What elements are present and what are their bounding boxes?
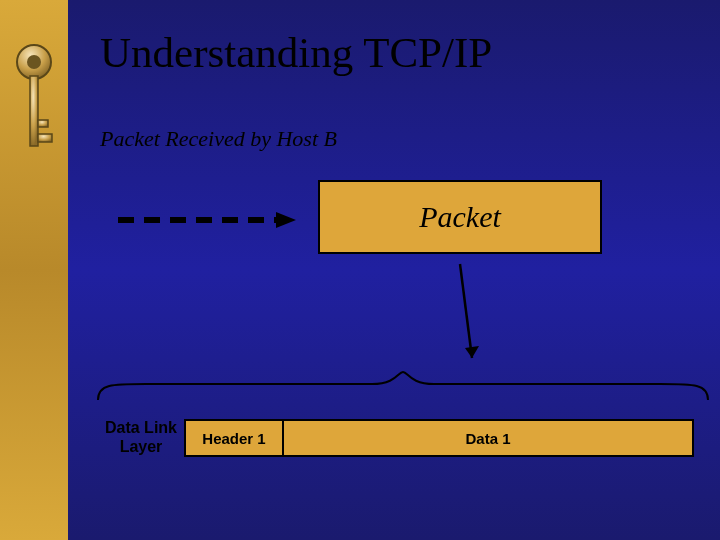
svg-rect-2 (30, 76, 38, 146)
down-arrow-icon (448, 262, 488, 372)
packet-label: Packet (419, 200, 501, 234)
svg-marker-8 (465, 346, 479, 358)
dashed-arrow-icon (118, 210, 298, 230)
layer-name-line2: Layer (120, 438, 163, 455)
svg-marker-6 (276, 212, 296, 228)
header-label: Header 1 (202, 430, 265, 447)
layer-name: Data Link Layer (100, 418, 182, 456)
slide-subtitle: Packet Received by Host B (100, 126, 337, 152)
svg-line-7 (460, 264, 472, 358)
svg-rect-3 (38, 120, 48, 127)
decorative-sidebar (0, 0, 68, 540)
svg-point-1 (27, 55, 41, 69)
layer-name-line1: Data Link (105, 419, 177, 436)
data-segment: Data 1 (284, 419, 694, 457)
data-label: Data 1 (465, 430, 510, 447)
packet-box: Packet (318, 180, 602, 254)
key-icon (12, 42, 56, 162)
brace-icon (96, 370, 710, 402)
header-segment: Header 1 (184, 419, 284, 457)
svg-rect-4 (38, 134, 52, 142)
slide-title: Understanding TCP/IP (100, 28, 492, 77)
